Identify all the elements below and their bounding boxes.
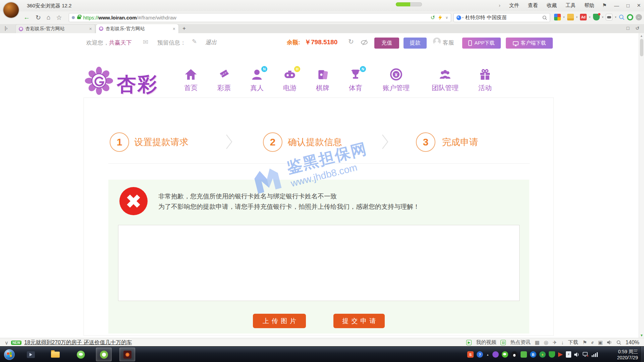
logout-link[interactable]: 退出: [205, 39, 217, 46]
taskbar-media-player[interactable]: [23, 348, 39, 361]
ext-caret[interactable]: ▾: [576, 15, 578, 19]
security-shield-icon[interactable]: [593, 14, 600, 20]
tab-close-icon[interactable]: ×: [89, 26, 92, 32]
close-button[interactable]: ×: [637, 2, 641, 9]
start-button[interactable]: [4, 349, 15, 360]
hot-news-label[interactable]: 热点资讯: [510, 339, 530, 346]
security-shield-tray-icon[interactable]: [549, 351, 555, 358]
favorites-star-icon[interactable]: ☆: [56, 14, 62, 21]
menu-help[interactable]: 帮助: [584, 2, 594, 9]
collapse-plugins-icon[interactable]: –: [636, 14, 642, 20]
taskbar-clock[interactable]: 0:59 周三 2020/7/29: [601, 349, 638, 361]
wechat-icon[interactable]: [502, 351, 508, 358]
username[interactable]: 共赢天下: [109, 40, 132, 46]
new-tab-button[interactable]: +: [182, 25, 186, 32]
balance-refresh-icon[interactable]: ↻: [348, 38, 354, 46]
site-logo-text[interactable]: 杏彩: [117, 71, 158, 98]
message-envelope-icon[interactable]: ✉: [143, 38, 148, 46]
search-engine-caret[interactable]: ▾: [462, 16, 464, 19]
money-plugin-icon[interactable]: [567, 14, 574, 20]
menu-favorites[interactable]: 收藏: [547, 2, 557, 9]
tab-close-icon[interactable]: ×: [173, 26, 175, 32]
withdraw-button[interactable]: 提款: [404, 38, 427, 49]
maximize-button[interactable]: □: [627, 3, 630, 8]
news-ticker-link[interactable]: 18元就得到270万的房子 还送价值几十万的车: [24, 339, 132, 346]
zoom-level[interactable]: 140%: [626, 340, 639, 346]
page-scrollbar[interactable]: ▲ ▼: [639, 33, 644, 338]
ad-block-icon[interactable]: Ad: [580, 14, 587, 20]
reading-mode-icon[interactable]: □: [627, 25, 629, 31]
ext-caret[interactable]: ▾: [563, 15, 565, 19]
scrollbar-thumb[interactable]: [640, 39, 643, 56]
back-button[interactable]: ←: [23, 14, 30, 21]
taskbar-360-browser[interactable]: [96, 348, 112, 361]
app-market-icon[interactable]: [554, 14, 561, 20]
sogou-input-icon[interactable]: S: [467, 351, 474, 358]
client-download-button[interactable]: 客户端下载: [506, 38, 553, 49]
bluetooth-icon[interactable]: B: [530, 351, 536, 358]
tab-active[interactable]: 杏彩娱乐-官方网站 ×: [96, 24, 178, 33]
scroll-down-icon[interactable]: ▼: [640, 334, 643, 337]
antivirus-plus-icon[interactable]: +: [539, 351, 546, 358]
taskbar-app-active[interactable]: [119, 348, 135, 361]
screenshot-icon[interactable]: ▦: [535, 340, 539, 346]
restore-session-icon[interactable]: ↺: [635, 25, 639, 31]
nav-promotions[interactable]: 活动: [465, 68, 505, 93]
refresh-button[interactable]: ↻: [36, 14, 41, 21]
tray-expand-icon[interactable]: ▴: [486, 351, 489, 358]
network-error-icon[interactable]: ×: [583, 352, 589, 357]
customer-service-label[interactable]: 客服: [443, 39, 454, 47]
skin-icon[interactable]: ⚑: [602, 2, 606, 8]
show-desktop-button[interactable]: [640, 347, 644, 362]
recharge-button[interactable]: 充值: [374, 38, 399, 49]
horn-icon[interactable]: [558, 352, 563, 357]
speed-mode-icon[interactable]: [438, 15, 442, 20]
flag-icon[interactable]: ⚑: [583, 340, 587, 346]
nav-team[interactable]: 团队管理: [425, 68, 465, 93]
zoom-plugin-icon[interactable]: [619, 14, 625, 20]
ext-caret[interactable]: ▾: [589, 15, 591, 19]
search-input[interactable]: 杜特尔特 中国疫苗: [465, 14, 542, 21]
address-bar[interactable]: https:// www.loiran.com /#/frame/withdra…: [69, 13, 451, 22]
proxy-icon[interactable]: [627, 14, 633, 20]
card-app-icon[interactable]: [521, 351, 527, 358]
edit-icon[interactable]: ✎: [192, 38, 197, 45]
my-video-icon[interactable]: ▶: [466, 340, 472, 345]
home-button[interactable]: ⌂: [47, 14, 50, 21]
ext-caret[interactable]: ▾: [602, 15, 604, 19]
download-label[interactable]: 下载: [568, 339, 578, 346]
search-box[interactable]: ▾ 杜特尔特 中国疫苗: [453, 13, 550, 22]
window-mode-icon[interactable]: ▣: [598, 340, 603, 346]
search-engine-icon[interactable]: [457, 15, 461, 20]
scroll-up-icon[interactable]: ▲: [640, 34, 643, 38]
menu-chevron-icon[interactable]: ›: [499, 2, 500, 9]
minimize-button[interactable]: —: [614, 3, 619, 8]
hide-balance-icon[interactable]: [361, 40, 368, 45]
tab-inactive[interactable]: 杏彩娱乐-官方网站 ×: [15, 24, 95, 33]
qq-icon[interactable]: [511, 351, 518, 358]
site-logo-flower-icon[interactable]: [85, 67, 113, 95]
site-info-icon[interactable]: [72, 16, 75, 19]
menu-tools[interactable]: 工具: [566, 2, 576, 9]
taskbar-messenger[interactable]: [73, 348, 89, 361]
menu-view[interactable]: 查看: [528, 2, 538, 9]
url-dropdown-caret[interactable]: ∨: [445, 15, 448, 20]
ext-caret[interactable]: ▾: [615, 15, 616, 19]
tray-badge-icon[interactable]: [492, 351, 499, 358]
help-icon[interactable]: ?: [477, 351, 483, 358]
nav-account[interactable]: ¥ 账户管理: [376, 68, 416, 93]
boss-key-icon[interactable]: ◎: [544, 340, 548, 346]
browser-logo-avatar[interactable]: [3, 2, 19, 18]
pin-icon[interactable]: ✈: [553, 340, 557, 346]
upload-image-button[interactable]: 上传图片: [253, 314, 306, 328]
submit-application-button[interactable]: 提交申请: [333, 314, 385, 328]
menu-file[interactable]: 文件: [509, 2, 519, 9]
game-center-icon[interactable]: [606, 14, 612, 20]
app-download-button[interactable]: APP下载: [462, 38, 501, 49]
compat-mode-icon[interactable]: ↺: [431, 14, 435, 21]
zoom-icon[interactable]: [616, 340, 621, 345]
upload-preview-area[interactable]: [118, 225, 520, 301]
customer-service-icon[interactable]: [433, 38, 441, 45]
taskbar-explorer[interactable]: [47, 348, 63, 361]
statusbar-chevron-icon[interactable]: ∨: [5, 340, 8, 346]
